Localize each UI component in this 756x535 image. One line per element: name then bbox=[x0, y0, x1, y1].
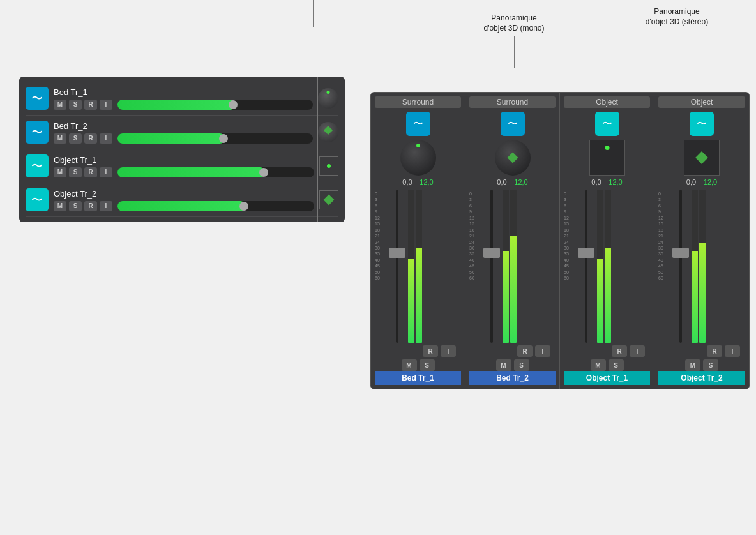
meter-bar-r-bed1 bbox=[416, 190, 422, 343]
mute-btn-strip-bed1[interactable]: M bbox=[402, 359, 417, 371]
ri-row-bed1: R I bbox=[375, 345, 461, 357]
fader-vert-obj1[interactable] bbox=[577, 190, 596, 343]
fader-thumb-vert-bed1 bbox=[389, 248, 405, 258]
pan-val2-bed1: -12,0 bbox=[418, 178, 434, 186]
pan-val2-obj1: -12,0 bbox=[607, 178, 623, 186]
fader-obj1[interactable] bbox=[117, 167, 314, 177]
solo-btn-bed1[interactable]: S bbox=[69, 100, 82, 110]
pan-val1-obj2: 0,0 bbox=[686, 178, 696, 186]
record-btn-bed2[interactable]: R bbox=[84, 133, 97, 144]
strip-icon-obj2: 〜 bbox=[690, 112, 714, 136]
input-btn-bed2[interactable]: I bbox=[100, 133, 112, 144]
track-icon-bed1: 〜 bbox=[26, 87, 49, 110]
fader-thumb-vert-obj1 bbox=[578, 248, 594, 258]
meters-obj1 bbox=[597, 190, 611, 343]
object-pan-area-obj2[interactable] bbox=[684, 140, 720, 176]
fader-bed1[interactable] bbox=[117, 100, 313, 110]
pan-knob-bed2[interactable] bbox=[318, 122, 338, 142]
pan-val2-bed2: -12,0 bbox=[512, 178, 528, 186]
solo-btn-obj2[interactable]: S bbox=[69, 201, 82, 211]
right-mono-line bbox=[514, 36, 515, 68]
pan-val2-obj2: -12,0 bbox=[701, 178, 717, 186]
mute-btn-strip-obj2[interactable]: M bbox=[685, 359, 700, 371]
mute-btn-strip-obj1[interactable]: M bbox=[591, 359, 606, 371]
pan-values-bed1: 0,0 -12,0 bbox=[375, 178, 461, 186]
mute-btn-bed2[interactable]: M bbox=[54, 133, 66, 144]
input-btn-strip-obj2[interactable]: I bbox=[725, 345, 740, 357]
panner-connector-line bbox=[317, 77, 318, 222]
meters-bed2 bbox=[503, 190, 517, 343]
track-info-obj1: Object Tr_1 M S R I bbox=[54, 155, 314, 177]
strip-obj1: Object 〜 0,0 -12,0 036912151821243035404… bbox=[560, 93, 654, 389]
strip-type-obj1: Object bbox=[564, 96, 650, 108]
fader-vert-bed1[interactable] bbox=[388, 190, 407, 343]
right-section: Panoramiqued'objet 3D (mono) Panoramique… bbox=[370, 13, 750, 389]
fader-meter-obj2 bbox=[671, 190, 745, 343]
right-stereo-label: Panoramiqued'objet 3D (stéréo) bbox=[626, 6, 728, 27]
object-pan-area-obj1[interactable] bbox=[589, 140, 625, 176]
track-info-bed1: Bed Tr_1 M S R I bbox=[54, 87, 313, 110]
fader-track-bed1 bbox=[396, 190, 398, 343]
record-btn-bed1[interactable]: R bbox=[84, 100, 97, 110]
mute-btn-obj2[interactable]: M bbox=[54, 201, 66, 211]
fader-obj2[interactable] bbox=[117, 201, 314, 211]
record-btn-strip-bed2[interactable]: R bbox=[517, 345, 533, 357]
strip-type-bed2: Surround bbox=[469, 96, 556, 108]
solo-btn-strip-bed2[interactable]: S bbox=[514, 359, 529, 371]
record-btn-obj2[interactable]: R bbox=[84, 201, 97, 211]
record-btn-strip-bed1[interactable]: R bbox=[423, 345, 438, 357]
meter-bar-l-obj1 bbox=[597, 190, 603, 343]
meter-bar-l-bed1 bbox=[408, 190, 414, 343]
meter-section-bed2: 03691215182124303540455060 bbox=[469, 190, 556, 343]
input-btn-strip-obj1[interactable]: I bbox=[630, 345, 645, 357]
record-btn-strip-obj2[interactable]: R bbox=[707, 345, 722, 357]
fader-track-obj2 bbox=[679, 190, 682, 343]
meters-obj2 bbox=[692, 190, 706, 343]
object-pan-diamond-obj2 bbox=[695, 151, 708, 164]
pan-knob-bed1[interactable] bbox=[318, 88, 338, 109]
input-btn-strip-bed2[interactable]: I bbox=[535, 345, 550, 357]
pan-dot-bed1 bbox=[327, 91, 330, 94]
pan-knob-large-bed1[interactable] bbox=[400, 140, 436, 176]
input-btn-bed1[interactable]: I bbox=[100, 100, 112, 110]
right-mono-label: Panoramiqued'objet 3D (mono) bbox=[469, 13, 559, 33]
pan-square-obj1[interactable] bbox=[319, 156, 338, 176]
meter-fill-r-obj2 bbox=[699, 243, 706, 343]
track-name-obj2: Object Tr_2 bbox=[54, 189, 314, 199]
strip-obj2: Object 〜 0,0 -12,0 036912151821243035404… bbox=[654, 93, 749, 389]
ms-row-obj2: M S bbox=[658, 359, 745, 371]
record-btn-strip-obj1[interactable]: R bbox=[612, 345, 627, 357]
solo-btn-strip-obj2[interactable]: S bbox=[703, 359, 718, 371]
solo-btn-strip-bed1[interactable]: S bbox=[420, 359, 435, 371]
strip-waveform-obj1: 〜 bbox=[602, 117, 612, 131]
pan-diamond-obj2 bbox=[324, 195, 335, 206]
record-btn-obj1[interactable]: R bbox=[84, 167, 97, 177]
track-icon-bed2: 〜 bbox=[26, 121, 49, 144]
mute-btn-bed1[interactable]: M bbox=[54, 100, 66, 110]
track-controls-obj2: M S R I bbox=[54, 201, 314, 211]
fader-bed2[interactable] bbox=[117, 133, 313, 144]
meter-bar-r-obj2 bbox=[699, 190, 706, 343]
pan-knob-large-bed2[interactable] bbox=[495, 140, 531, 176]
input-btn-strip-bed1[interactable]: I bbox=[441, 345, 456, 357]
solo-btn-strip-obj1[interactable]: S bbox=[609, 359, 624, 371]
pan-values-obj2: 0,0 -12,0 bbox=[658, 178, 745, 186]
fader-vert-bed2[interactable] bbox=[482, 190, 501, 343]
pan-knob-dot-bed1 bbox=[416, 144, 420, 147]
strip-waveform-obj2: 〜 bbox=[697, 117, 707, 131]
meter-bar-r-obj1 bbox=[605, 190, 611, 343]
input-btn-obj2[interactable]: I bbox=[100, 201, 112, 211]
pan-square-obj2[interactable] bbox=[319, 190, 338, 209]
input-btn-obj1[interactable]: I bbox=[100, 167, 112, 177]
fader-vert-obj2[interactable] bbox=[671, 190, 690, 343]
left-mono-line bbox=[255, 0, 255, 17]
mute-btn-obj1[interactable]: M bbox=[54, 167, 66, 177]
ri-row-obj2: R I bbox=[658, 345, 745, 357]
mute-btn-strip-bed2[interactable]: M bbox=[496, 359, 511, 371]
solo-btn-obj1[interactable]: S bbox=[69, 167, 82, 177]
pan-values-bed2: 0,0 -12,0 bbox=[469, 178, 556, 186]
track-row-bed1: 〜 Bed Tr_1 M S R I bbox=[26, 82, 338, 116]
solo-btn-bed2[interactable]: S bbox=[69, 133, 82, 144]
fader-meter-bed1 bbox=[388, 190, 461, 343]
track-name-bed2: Bed Tr_2 bbox=[54, 121, 313, 131]
